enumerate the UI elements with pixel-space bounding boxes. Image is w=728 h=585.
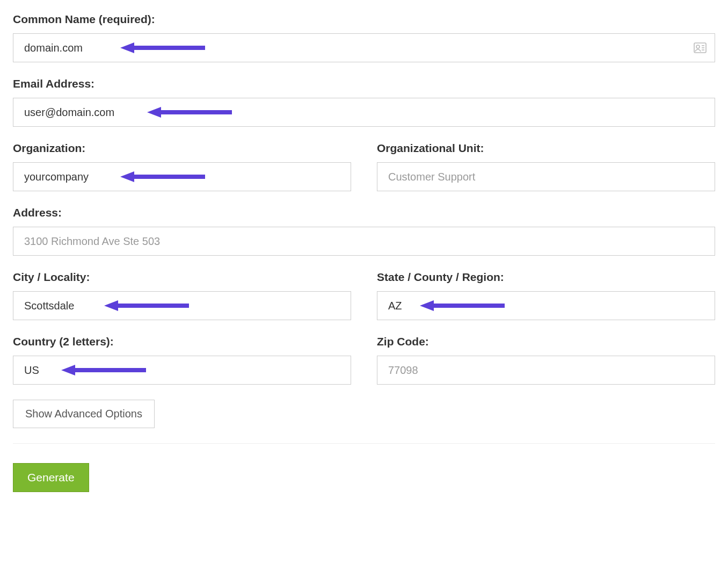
country-input[interactable] (13, 356, 351, 385)
country-input-wrapper (13, 356, 351, 385)
organization-label: Organization: (13, 142, 351, 155)
address-input[interactable] (13, 227, 715, 256)
organization-input-wrapper (13, 162, 351, 191)
zip-input-wrapper (377, 356, 715, 385)
email-label: Email Address: (13, 77, 715, 90)
city-group: City / Locality: (13, 271, 351, 320)
org-unit-input[interactable] (377, 162, 715, 191)
generate-button[interactable]: Generate (13, 463, 89, 492)
org-unit-label: Organizational Unit: (377, 142, 715, 155)
state-group: State / County / Region: (377, 271, 715, 320)
email-input[interactable] (13, 98, 715, 127)
address-label: Address: (13, 206, 715, 219)
city-input-wrapper (13, 291, 351, 320)
state-input[interactable] (377, 291, 715, 320)
zip-group: Zip Code: (377, 335, 715, 385)
email-input-wrapper (13, 98, 715, 127)
common-name-input-wrapper (13, 33, 715, 62)
csr-form: Common Name (required): Ema (13, 13, 715, 492)
divider (13, 443, 715, 444)
city-input[interactable] (13, 291, 351, 320)
common-name-input[interactable] (13, 33, 715, 62)
zip-input[interactable] (377, 356, 715, 385)
zip-label: Zip Code: (377, 335, 715, 348)
city-label: City / Locality: (13, 271, 351, 284)
organization-input[interactable] (13, 162, 351, 191)
country-label: Country (2 letters): (13, 335, 351, 348)
common-name-group: Common Name (required): (13, 13, 715, 62)
show-advanced-options-button[interactable]: Show Advanced Options (13, 400, 155, 428)
org-unit-input-wrapper (377, 162, 715, 191)
state-label: State / County / Region: (377, 271, 715, 284)
state-input-wrapper (377, 291, 715, 320)
address-input-wrapper (13, 227, 715, 256)
common-name-label: Common Name (required): (13, 13, 715, 26)
email-group: Email Address: (13, 77, 715, 127)
organization-group: Organization: (13, 142, 351, 191)
org-unit-group: Organizational Unit: (377, 142, 715, 191)
address-group: Address: (13, 206, 715, 256)
country-group: Country (2 letters): (13, 335, 351, 385)
